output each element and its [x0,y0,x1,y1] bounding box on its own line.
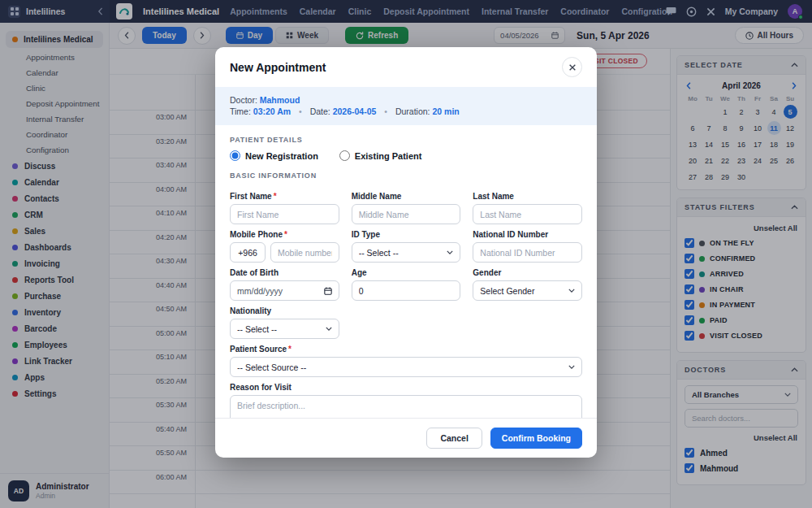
existing-patient-radio[interactable]: Existing Patient [339,150,422,161]
registration-type-radios: New Registration Existing Patient [230,150,582,161]
national-id-input[interactable] [473,242,582,263]
modal-body: PATIENT DETAILS New Registration Existin… [215,125,597,418]
dob-input[interactable]: mm/dd/yyyy [230,280,339,301]
new-registration-radio[interactable]: New Registration [230,150,318,161]
last-name-label: Last Name [473,192,582,201]
mobile-phone-input[interactable] [270,242,339,263]
modal-header: New Appointment [215,47,597,87]
nationality-label: Nationality [230,306,339,315]
close-icon [568,63,577,72]
middle-name-input[interactable] [352,204,461,224]
patient-details-label: PATIENT DETAILS [230,136,582,144]
chevron-down-icon [568,365,575,369]
modal-title: New Appointment [230,61,326,74]
first-name-input[interactable] [230,204,339,224]
calendar-icon [324,287,332,295]
date-value: 2026-04-05 [333,106,377,116]
national-id-label: National ID Number [473,230,582,239]
modal-footer: Cancel Confirm Booking [215,418,597,458]
gender-label: Gender [473,268,582,277]
patient-source-select[interactable]: -- Select Source -- [230,357,582,377]
modal-close-button[interactable] [562,57,582,77]
dob-label: Date of Birth [230,268,339,277]
age-input[interactable] [352,280,461,301]
appointment-info-bar: Doctor: Mahmoud Time: 03:20 Am • Date: 2… [215,87,597,125]
id-type-select[interactable]: -- Select -- [352,242,461,263]
confirm-booking-button[interactable]: Confirm Booking [490,428,582,449]
cancel-button[interactable]: Cancel [426,428,482,449]
patient-source-label: Patient Source* [230,345,582,354]
chevron-down-icon [326,327,332,331]
basic-information-label: BASIC INFORMATION [230,172,582,180]
reason-textarea[interactable] [230,395,582,418]
middle-name-label: Middle Name [352,192,461,201]
phone-prefix: +966 [230,242,266,263]
time-value: 03:20 Am [253,106,291,116]
reason-label: Reason for Visit [230,383,582,392]
first-name-label: First Name* [230,192,339,201]
last-name-input[interactable] [473,204,582,224]
chevron-down-icon [447,250,453,254]
chevron-down-icon [568,289,575,293]
nationality-select[interactable]: -- Select -- [230,319,339,339]
new-appointment-modal: New Appointment Doctor: Mahmoud Time: 03… [215,47,597,458]
gender-select[interactable]: Select Gender [473,280,582,301]
duration-value: 20 min [432,106,459,116]
mobile-phone-label: Mobile Phone* [230,230,339,239]
doctor-value: Mahmoud [260,95,300,105]
age-label: Age [352,268,461,277]
id-type-label: ID Type [352,230,461,239]
screen: Intelilines Intelilines Medical Appointm… [0,0,812,508]
